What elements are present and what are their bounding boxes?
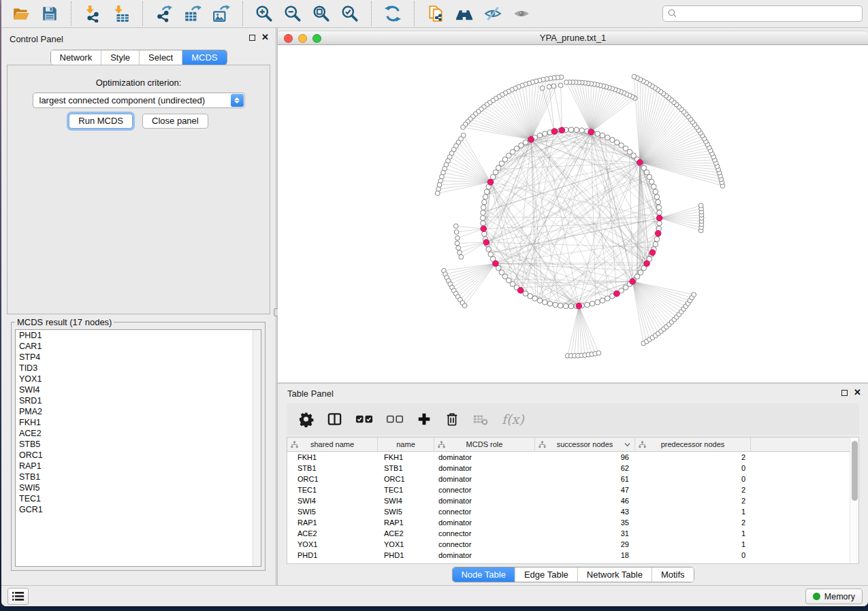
table-row[interactable]: YOX1YOX1connector291 [287, 539, 858, 550]
zoom-out-button[interactable] [280, 2, 305, 25]
mcds-result-item[interactable]: RAP1 [16, 461, 261, 472]
show-all-button[interactable] [509, 2, 534, 25]
close-panel-icon[interactable]: ✕ [261, 33, 269, 42]
minimize-window-icon[interactable] [298, 34, 307, 43]
table-row[interactable]: ACE2ACE2connector311 [287, 528, 858, 539]
add-column-button[interactable] [417, 411, 432, 427]
table-cell: ACE2 [378, 529, 434, 538]
memory-button[interactable]: Memory [805, 589, 863, 604]
mcds-result-item[interactable]: STP4 [16, 352, 261, 363]
tab-network-table[interactable]: Network Table [577, 567, 652, 582]
mcds-result-item[interactable]: PHD1 [16, 330, 261, 341]
mcds-list-scrollbar[interactable] [253, 330, 261, 566]
panel-menu-button[interactable] [7, 588, 29, 605]
settings-button[interactable] [298, 411, 314, 427]
table-row[interactable]: TEC1TEC1connector472 [287, 484, 858, 495]
table-row[interactable]: PHD1PHD1dominator180 [287, 550, 858, 561]
mcds-result-item[interactable]: TID3 [16, 363, 261, 374]
column-header-MCDS-role[interactable]: MCDS role [434, 437, 535, 451]
table-panel-title: Table Panel [287, 389, 334, 399]
mcds-result-item[interactable]: YOX1 [16, 374, 261, 384]
zoom-selected-button[interactable] [338, 2, 362, 25]
tab-motifs[interactable]: Motifs [652, 567, 694, 582]
close-panel-icon[interactable]: ✕ [854, 389, 861, 397]
mcds-result-item[interactable]: ORC1 [16, 450, 261, 461]
open-file-button[interactable] [9, 2, 33, 25]
table-cell: 0 [635, 475, 751, 483]
close-panel-button[interactable]: Close panel [142, 114, 208, 129]
search-input[interactable] [662, 5, 863, 22]
optimization-criterion-select[interactable]: largest connected component (undirected) [33, 93, 245, 108]
new-network-from-selection-button[interactable] [423, 2, 448, 25]
tab-select[interactable]: Select [139, 50, 182, 65]
export-image-button[interactable] [209, 2, 234, 25]
import-network-button[interactable] [80, 2, 105, 25]
import-table-button[interactable] [109, 2, 133, 25]
select-all-columns-button[interactable] [355, 411, 373, 427]
table-row[interactable]: RAP1RAP1dominator352 [287, 517, 858, 528]
mcds-result-item[interactable]: STB1 [16, 472, 261, 482]
zoom-in-button[interactable] [252, 2, 276, 25]
column-header-name[interactable]: name [378, 437, 434, 451]
export-network-icon [155, 5, 173, 22]
maximize-window-icon[interactable] [312, 34, 321, 43]
table-row[interactable]: SWI5SWI5connector431 [287, 506, 858, 517]
network-canvas[interactable] [278, 46, 868, 382]
right-pane: YPA_prune.txt_1 Table Panel ✕ f(x) share… [278, 28, 868, 585]
tab-mcds[interactable]: MCDS [182, 50, 226, 65]
function-builder-button[interactable]: f(x) [502, 412, 524, 427]
export-table-button[interactable] [180, 2, 205, 25]
table-cell: RAP1 [287, 518, 378, 527]
table-row[interactable]: FKH1FKH1dominator962 [287, 452, 858, 463]
table-cell: PHD1 [378, 551, 434, 559]
close-window-icon[interactable] [284, 34, 293, 43]
zoom-fit-button[interactable] [309, 2, 334, 25]
mcds-result-item[interactable]: GCR1 [16, 504, 261, 515]
mcds-result-item[interactable]: TEC1 [16, 493, 261, 504]
table-cell: dominator [434, 475, 535, 483]
run-mcds-button[interactable]: Run MCDS [69, 114, 133, 129]
column-header-predecessor-nodes[interactable]: predecessor nodes [635, 437, 751, 451]
zoom-selected-icon [341, 5, 359, 22]
tab-network[interactable]: Network [50, 50, 101, 65]
delete-column-button[interactable] [445, 411, 460, 427]
memory-label: Memory [824, 592, 855, 601]
mcds-result-item[interactable]: CAR1 [16, 341, 261, 352]
show-all-icon [513, 5, 530, 22]
refresh-button[interactable] [381, 2, 405, 25]
sort-desc-icon [624, 442, 630, 447]
tab-edge-table[interactable]: Edge Table [515, 567, 577, 582]
delete-table-button[interactable] [472, 411, 489, 427]
mcds-result-item[interactable]: PMA2 [16, 406, 261, 417]
mcds-result-item[interactable]: FKH1 [16, 417, 261, 428]
mcds-result-item[interactable]: ACE2 [16, 428, 261, 439]
mcds-result-item[interactable]: SWI4 [16, 384, 261, 395]
table-row[interactable]: SWI4SWI4dominator462 [287, 495, 858, 506]
table-row[interactable]: ORC1ORC1dominator610 [287, 474, 858, 484]
zoom-in-icon [255, 5, 273, 22]
mcds-result-item[interactable]: SRD1 [16, 395, 261, 406]
table-scrollbar[interactable] [850, 437, 858, 563]
table-cell: TEC1 [378, 486, 434, 494]
column-header-shared-name[interactable]: shared name [287, 437, 378, 451]
save-session-button[interactable] [37, 2, 62, 25]
open-file-icon [12, 5, 30, 22]
mcds-result-item[interactable]: SWI5 [16, 482, 261, 493]
tab-node-table[interactable]: Node Table [452, 567, 515, 582]
mcds-result-item[interactable]: STB5 [16, 439, 261, 450]
column-view-button[interactable] [327, 411, 342, 427]
table-row[interactable]: STB1STB1dominator620 [287, 463, 858, 474]
first-neighbors-button[interactable] [452, 2, 477, 25]
tab-style[interactable]: Style [101, 50, 139, 65]
float-panel-icon[interactable] [249, 35, 255, 41]
table-scrollbar-thumb[interactable] [852, 441, 858, 501]
column-header-successor-nodes[interactable]: successor nodes [535, 437, 635, 451]
float-panel-icon[interactable] [841, 390, 848, 396]
column-view-icon [327, 411, 342, 427]
deselect-all-columns-button[interactable] [386, 411, 404, 427]
table-panel: Table Panel ✕ f(x) shared namenameMCDS r… [278, 384, 868, 585]
hide-selected-button[interactable] [481, 2, 505, 25]
export-network-button[interactable] [152, 2, 176, 25]
table-header: shared namenameMCDS rolesuccessor nodesp… [287, 437, 858, 452]
import-table-icon [112, 5, 130, 22]
